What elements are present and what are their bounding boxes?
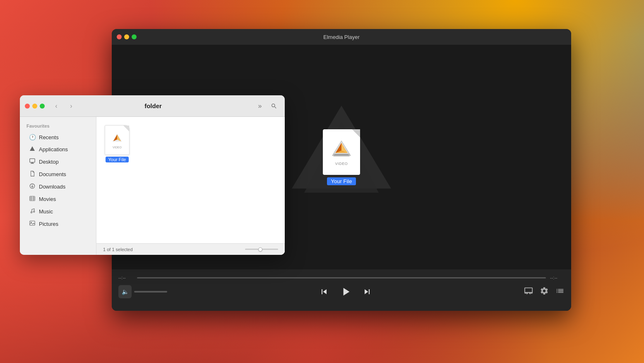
player-file-name-badge: Your File xyxy=(327,177,356,185)
sidebar-section-favourites: Favourites xyxy=(20,122,96,131)
sidebar-item-downloads[interactable]: Downloads xyxy=(22,181,94,193)
elmedia-logo-small xyxy=(111,132,124,145)
sidebar-item-music-label: Music xyxy=(39,208,53,215)
finder-body: Favourites 🕐 Recents Applications Deskto… xyxy=(20,117,285,255)
right-controls xyxy=(524,286,565,298)
sidebar-item-recents-label: Recents xyxy=(39,134,59,140)
player-maximize-button[interactable] xyxy=(132,34,137,39)
finder-status-bar: 1 of 1 selected xyxy=(96,243,285,255)
sidebar-item-desktop-label: Desktop xyxy=(39,159,59,165)
time-end: --:-- xyxy=(550,275,565,280)
finder-sidebar: Favourites 🕐 Recents Applications Deskto… xyxy=(20,117,96,255)
svg-rect-13 xyxy=(30,159,35,162)
volume-button[interactable]: 🔈 xyxy=(118,285,132,298)
player-close-button[interactable] xyxy=(117,34,122,39)
sidebar-item-downloads-label: Downloads xyxy=(39,184,65,190)
svg-rect-25 xyxy=(30,221,35,225)
finder-titlebar: ‹ › folder » xyxy=(20,95,285,117)
finder-path-title: folder xyxy=(55,102,251,109)
player-title: Elmedia Player xyxy=(323,34,359,40)
svg-rect-14 xyxy=(31,163,33,164)
sidebar-item-applications[interactable]: Applications xyxy=(22,143,94,155)
sidebar-item-applications-label: Applications xyxy=(39,146,68,152)
finder-traffic-lights xyxy=(25,104,45,109)
sidebar-item-movies[interactable]: Movies xyxy=(22,193,94,205)
music-icon xyxy=(29,208,36,215)
downloads-icon xyxy=(29,183,36,190)
finder-main: VIDEO Your File 1 of 1 selected xyxy=(96,117,285,255)
finder-more-button[interactable]: » xyxy=(254,100,266,112)
svg-marker-12 xyxy=(30,146,35,151)
player-controls-bar: --:-- --:-- 🔈 xyxy=(112,269,571,311)
pictures-icon xyxy=(29,220,36,227)
airplay-button[interactable] xyxy=(524,286,533,298)
finder-file-name-badge: Your File xyxy=(106,157,128,162)
player-file-type-label: VIDEO xyxy=(335,162,348,166)
finder-close-button[interactable] xyxy=(25,104,30,109)
settings-button[interactable] xyxy=(540,286,549,298)
documents-icon xyxy=(29,171,36,178)
sidebar-item-recents[interactable]: 🕐 Recents xyxy=(22,131,94,143)
progress-track[interactable] xyxy=(137,277,546,278)
finder-search-button[interactable] xyxy=(268,100,280,112)
finder-minimize-button[interactable] xyxy=(32,104,37,109)
desktop-icon xyxy=(29,158,36,165)
finder-selection-status: 1 of 1 selected xyxy=(103,247,133,252)
playback-controls xyxy=(319,285,372,298)
movies-icon xyxy=(29,196,36,203)
finder-file-type-label: VIDEO xyxy=(113,146,122,149)
next-button[interactable] xyxy=(362,287,372,297)
sidebar-item-desktop[interactable]: Desktop xyxy=(22,156,94,168)
finder-content-area: VIDEO Your File xyxy=(96,117,285,243)
sidebar-item-documents[interactable]: Documents xyxy=(22,168,94,180)
playlist-button[interactable] xyxy=(555,286,565,298)
finder-nav-actions: » xyxy=(254,100,280,112)
volume-slider[interactable] xyxy=(134,291,167,293)
finder-maximize-button[interactable] xyxy=(40,104,45,109)
sidebar-item-documents-label: Documents xyxy=(39,171,66,177)
player-file-icon: VIDEO Your File xyxy=(323,129,360,185)
play-button[interactable] xyxy=(339,285,352,298)
elmedia-logo-large xyxy=(331,138,352,159)
sidebar-item-pictures-label: Pictures xyxy=(39,221,58,227)
finder-file-icon[interactable]: VIDEO Your File xyxy=(105,125,130,162)
time-start: --:-- xyxy=(118,275,133,280)
recents-icon: 🕐 xyxy=(29,134,36,140)
finder-window: ‹ › folder » Favourites 🕐 Recents Applic… xyxy=(20,95,285,255)
previous-button[interactable] xyxy=(319,287,329,297)
player-traffic-lights xyxy=(117,34,137,39)
player-titlebar: Elmedia Player xyxy=(112,29,571,45)
applications-icon xyxy=(29,146,36,153)
svg-rect-18 xyxy=(30,196,35,201)
controls-row: 🔈 xyxy=(118,280,565,298)
svg-rect-15 xyxy=(31,163,34,164)
icon-size-slider[interactable] xyxy=(245,249,278,250)
sidebar-item-pictures[interactable]: Pictures xyxy=(22,218,94,230)
sidebar-item-music[interactable]: Music xyxy=(22,206,94,218)
finder-file-doc: VIDEO xyxy=(105,125,130,155)
sidebar-item-movies-label: Movies xyxy=(39,196,56,202)
player-minimize-button[interactable] xyxy=(124,34,129,39)
slider-thumb xyxy=(258,247,262,252)
slider-track xyxy=(245,249,278,250)
volume-control: 🔈 xyxy=(118,285,167,298)
player-file-doc: VIDEO xyxy=(323,129,360,175)
progress-bar-row: --:-- --:-- xyxy=(118,269,565,280)
